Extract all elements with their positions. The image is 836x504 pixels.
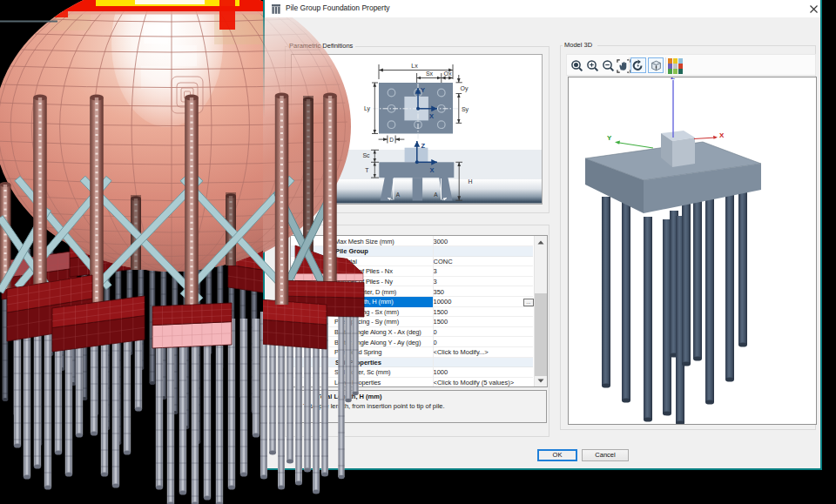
- svg-text:Sy: Sy: [462, 106, 469, 113]
- svg-text:Sc: Sc: [362, 152, 370, 158]
- svg-text:A: A: [396, 192, 401, 198]
- svg-text:X: X: [430, 166, 435, 174]
- svg-text:Ly: Ly: [364, 105, 371, 112]
- svg-text:Sx: Sx: [426, 71, 434, 77]
- svg-text:Oy: Oy: [461, 85, 469, 92]
- svg-text:Z: Z: [421, 142, 426, 150]
- svg-text:H: H: [468, 178, 472, 185]
- svg-text:Lx: Lx: [411, 63, 418, 69]
- svg-text:D: D: [389, 137, 394, 143]
- svg-text:Y: Y: [421, 86, 425, 94]
- svg-text:A: A: [434, 192, 438, 198]
- svg-text:T: T: [365, 167, 369, 173]
- svg-text:Y: Y: [607, 134, 612, 142]
- svg-text:Ox: Ox: [444, 71, 452, 77]
- svg-text:Z: Z: [671, 77, 675, 81]
- svg-text:X: X: [429, 112, 434, 120]
- svg-text:X: X: [719, 131, 725, 139]
